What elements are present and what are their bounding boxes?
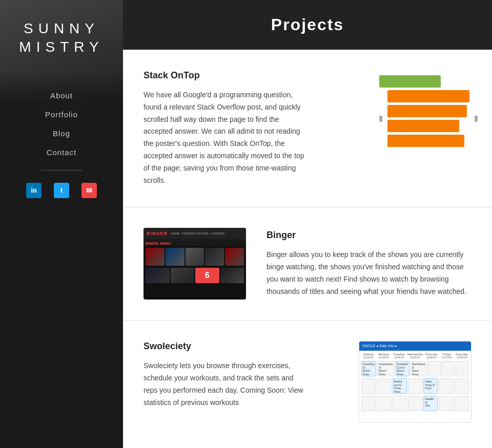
binger-header-bar: BINGER HOME FINISHED SHOWS LOADING	[144, 228, 246, 239]
swol-cell-1-4: Back/Squat A/Squat Press	[411, 361, 427, 376]
bracket-right	[475, 116, 478, 122]
bracket-content	[387, 90, 469, 147]
stack-ontop-text: Stack OnTop We have all Google'd a progr…	[144, 70, 359, 186]
swoleciety-title: Swoleciety	[144, 341, 338, 352]
sidebar-content: SUNNY MISTRY About Portfolio Blog Contac…	[0, 0, 123, 198]
binger-grid	[144, 246, 246, 268]
swol-cell-1-6	[442, 361, 455, 376]
swol-cell-1-5	[427, 361, 441, 376]
binger-desc: Binger allows you to keep track of the s…	[266, 249, 471, 297]
swol-day-wed: Wednesday11/5/14	[407, 353, 423, 359]
twitter-icon[interactable]: t	[54, 183, 69, 198]
sidebar-item-portfolio[interactable]: Portfolio	[0, 105, 123, 124]
binger-thumb-1	[146, 248, 165, 266]
stack-ontop-diagram	[379, 75, 471, 147]
project-swoleciety: Swoleciety Swoleciety lets you browse th…	[123, 321, 492, 443]
sidebar: SUNNY MISTRY About Portfolio Blog Contac…	[0, 0, 123, 448]
binger-bottom-thumb-1	[146, 268, 170, 283]
main-content: Projects Stack OnTop We have all Google'…	[123, 0, 492, 448]
swol-cell-2-3: Barbell Curl A/Tricep Press	[393, 378, 407, 394]
binger-thumb-5	[225, 248, 244, 266]
swol-cell-2-5: Cable Tricep A/Press	[423, 378, 438, 394]
name-last: MISTRY	[19, 39, 104, 55]
stack-ontop-desc: We have all Google'd a programming quest…	[144, 89, 308, 186]
name-first: SUNNY	[24, 20, 99, 37]
swol-day-sun: Sunday11/2/14	[361, 353, 376, 359]
swol-cell-3-7	[455, 396, 469, 411]
binger-thumb-3	[186, 248, 204, 266]
main-body: Stack OnTop We have all Google'd a progr…	[123, 50, 492, 443]
email-icon[interactable]: ✉	[81, 183, 97, 198]
swol-cell-3-3	[393, 396, 407, 411]
swol-cell-3-6	[439, 396, 453, 411]
swol-cell-2-6	[439, 378, 453, 394]
binger-number-6: 6	[195, 268, 219, 283]
stack-ontop-title: Stack OnTop	[144, 70, 359, 81]
binger-logo: BINGER	[147, 231, 168, 236]
swol-row-1: Chest/Day A/Bench Press Hypertrophy A/Be…	[361, 361, 469, 376]
swol-cell-text-4: Back/Squat A/Squat Press	[412, 362, 425, 376]
swol-cell-1-2: Hypertrophy A/Bench Press	[377, 361, 394, 376]
swol-cell-3-4	[408, 396, 422, 411]
sidebar-divider	[41, 170, 82, 170]
swol-cell-text-2: Hypertrophy A/Bench Press	[379, 362, 393, 376]
linkedin-icon[interactable]: in	[26, 183, 42, 198]
stack-bar-orange-1	[387, 90, 469, 102]
binger-nav-items: HOME FINISHED SHOWS LOADING	[171, 232, 243, 235]
swol-cell-1-1: Chest/Day A/Bench Press	[361, 361, 376, 376]
swol-calendar: Sunday11/2/14 Monday11/3/14 Tuesday11/4/…	[359, 351, 471, 415]
swol-day-fri: Friday11/7/14	[440, 353, 454, 359]
swol-cell-3-1	[361, 396, 376, 411]
binger-nav-finished: FINISHED SHOWS	[182, 232, 209, 235]
sidebar-item-blog[interactable]: Blog	[0, 124, 123, 143]
sidebar-social: in t ✉	[26, 183, 97, 198]
swol-cell-text-8: Barbell Curl A/Tricep Press	[394, 380, 405, 393]
swol-cell-1-7	[456, 361, 469, 376]
swol-cell-2-7	[455, 378, 469, 394]
swoleciety-text: Swoleciety Swoleciety lets you browse th…	[144, 341, 338, 409]
swol-row-3: Deadlift A/Sets	[361, 396, 469, 411]
swol-cell-text-3: Dumbbell Curl A/Bench Press	[397, 362, 408, 376]
swoleciety-screenshot: SWOLE ● Date Info ▸ Sunday11/2/14 Monday…	[359, 341, 471, 423]
stack-bar-green	[379, 75, 441, 88]
swol-day-tue: Tuesday11/4/14	[392, 353, 406, 359]
project-stack-ontop: Stack OnTop We have all Google'd a progr…	[123, 50, 492, 207]
binger-bottom-row: 6	[144, 268, 246, 285]
project-binger: BINGER HOME FINISHED SHOWS LOADING BINGE…	[123, 207, 492, 321]
binger-nav-home: HOME	[171, 232, 180, 235]
binger-bottom-thumb-2	[171, 268, 195, 283]
sidebar-item-about[interactable]: About	[0, 86, 123, 105]
binger-text: Binger Binger allows you to keep track o…	[266, 230, 471, 297]
binger-bottom-thumb-4	[220, 268, 244, 283]
stack-bar-orange-2	[387, 105, 467, 117]
swol-cell-1-3: Dumbbell Curl A/Bench Press	[396, 361, 409, 376]
sidebar-nav: About Portfolio Blog Contact	[0, 86, 123, 162]
stack-bars-bracket	[379, 90, 471, 147]
main-header: Projects	[123, 0, 492, 50]
swol-row-2: Barbell Curl A/Tricep Press Cable Tricep…	[361, 378, 469, 394]
swol-day-thu: Thursday11/6/14	[424, 353, 439, 359]
swol-cell-text-9: Cable Tricep A/Press	[425, 380, 436, 390]
page-title: Projects	[144, 15, 471, 34]
swol-cell-text-1: Chest/Day A/Bench Press	[363, 362, 375, 376]
swol-day-sat: Saturday11/8/14	[455, 353, 469, 359]
binger-thumb-2	[166, 248, 184, 266]
swol-cell-2-2	[377, 378, 391, 394]
swol-cell-3-2	[377, 396, 391, 411]
bracket-left	[379, 116, 382, 122]
swol-header-text: SWOLE ● Date Info ▸	[362, 344, 397, 348]
binger-screenshot: BINGER HOME FINISHED SHOWS LOADING BINGE…	[144, 228, 246, 300]
sidebar-item-contact[interactable]: Contact	[0, 143, 123, 162]
binger-thumb-4	[205, 248, 224, 266]
swol-cell-text-10: Deadlift A/Sets	[425, 397, 436, 408]
stack-bar-orange-4	[387, 135, 464, 147]
swol-cell-3-5: Deadlift A/Sets	[423, 396, 438, 411]
swoleciety-desc: Swoleciety lets you browse through exerc…	[144, 360, 308, 409]
swol-cell-2-4	[408, 378, 422, 394]
binger-section-label: BINGE AWAY	[144, 239, 246, 246]
binger-nav-loading: LOADING	[211, 232, 224, 235]
swol-days-header: Sunday11/2/14 Monday11/3/14 Tuesday11/4/…	[361, 353, 469, 359]
stack-bar-orange-3	[387, 120, 459, 132]
swol-cell-2-1	[361, 378, 376, 394]
stack-ontop-visual	[379, 70, 471, 147]
